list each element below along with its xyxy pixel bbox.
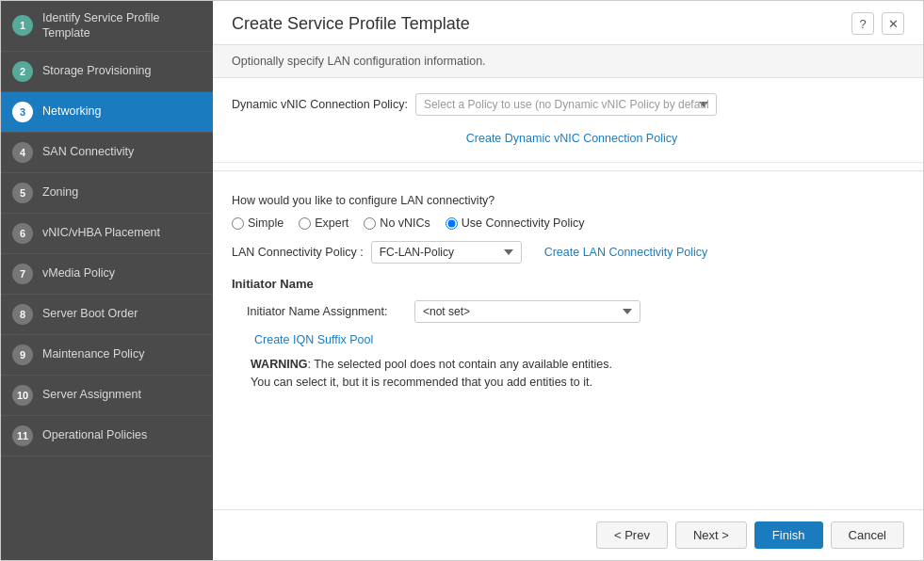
sidebar-step-num-3: 3	[12, 102, 33, 122]
sidebar-step-label-10: Server Assignment	[42, 387, 141, 402]
modal-footer: < Prev Next > Finish Cancel	[213, 509, 923, 560]
sidebar-item-9[interactable]: 9Maintenance Policy	[1, 335, 213, 376]
sidebar-step-label-9: Maintenance Policy	[42, 346, 144, 361]
create-lan-connectivity-link[interactable]: Create LAN Connectivity Policy	[544, 246, 708, 259]
sidebar-step-num-11: 11	[12, 425, 33, 446]
help-button[interactable]: ?	[851, 12, 874, 35]
sidebar-step-label-7: vMedia Policy	[42, 265, 115, 280]
sidebar-step-num-9: 9	[12, 345, 33, 365]
radio-novnics-label: No vNICs	[380, 216, 430, 230]
sidebar-item-6[interactable]: 6vNIC/vHBA Placement	[1, 214, 213, 254]
sidebar-step-label-4: SAN Connectivity	[42, 144, 134, 159]
initiator-assignment-select[interactable]: <not set>	[414, 300, 640, 323]
warning-body: : The selected pool does not contain any…	[307, 358, 612, 371]
sidebar-step-num-10: 10	[12, 385, 33, 406]
sidebar-item-11[interactable]: 11Operational Policies	[1, 416, 213, 457]
radio-use-connectivity[interactable]: Use Connectivity Policy	[446, 216, 585, 230]
initiator-row: Initiator Name Assignment: <not set>	[232, 300, 904, 323]
policy-label: LAN Connectivity Policy :	[232, 246, 364, 259]
modal-title: Create Service Profile Template	[232, 14, 470, 34]
create-iqn-link[interactable]: Create IQN Suffix Pool	[254, 333, 373, 346]
dynamic-vnic-select[interactable]: Select a Policy to use (no Dynamic vNIC …	[415, 93, 717, 116]
sidebar-step-num-4: 4	[12, 142, 33, 163]
sidebar-item-4[interactable]: 4SAN Connectivity	[1, 133, 213, 173]
sidebar-item-8[interactable]: 8Server Boot Order	[1, 295, 213, 335]
sidebar-item-7[interactable]: 7vMedia Policy	[1, 254, 213, 295]
sidebar-step-num-8: 8	[12, 304, 33, 325]
radio-simple[interactable]: Simple	[232, 216, 284, 230]
radio-expert[interactable]: Expert	[299, 216, 349, 230]
lan-connectivity-section: How would you like to configure LAN conn…	[213, 179, 923, 418]
create-dynamic-vnic-container: Create Dynamic vNIC Connection Policy	[232, 125, 904, 147]
sidebar-item-3[interactable]: 3Networking	[1, 92, 213, 133]
sidebar-step-num-2: 2	[12, 61, 33, 82]
info-bar: Optionally specify LAN configuration inf…	[213, 45, 923, 78]
sidebar-step-num-5: 5	[12, 183, 33, 203]
sidebar-step-num-6: 6	[12, 223, 33, 244]
lan-question: How would you like to configure LAN conn…	[232, 194, 904, 207]
radio-simple-label: Simple	[248, 216, 284, 230]
sidebar-step-label-2: Storage Provisioning	[42, 63, 151, 78]
radio-connectivity-label: Use Connectivity Policy	[462, 216, 585, 230]
header-icons: ? ✕	[851, 12, 904, 35]
warning-section: WARNING: The selected pool does not cont…	[232, 356, 904, 403]
warning-text: WARNING: The selected pool does not cont…	[251, 356, 885, 392]
sidebar-step-label-8: Server Boot Order	[42, 306, 138, 321]
initiator-section: Initiator Name Initiator Name Assignment…	[232, 277, 904, 403]
initiator-label: Initiator Name Assignment:	[247, 305, 407, 318]
dynamic-vnic-section: Dynamic vNIC Connection Policy: Select a…	[213, 78, 923, 163]
radio-expert-input[interactable]	[299, 217, 311, 230]
sidebar-item-1[interactable]: 1Identify Service Profile Template	[1, 1, 213, 52]
radio-expert-label: Expert	[315, 216, 349, 230]
lan-connectivity-policy-select[interactable]: FC-LAN-Policy	[371, 241, 522, 264]
policy-row: LAN Connectivity Policy : FC-LAN-Policy …	[232, 241, 904, 264]
radio-novnics-input[interactable]	[364, 217, 376, 230]
info-text: Optionally specify LAN configuration inf…	[232, 55, 486, 68]
next-button[interactable]: Next >	[675, 521, 747, 549]
sidebar-item-10[interactable]: 10Server Assignment	[1, 376, 213, 416]
finish-button[interactable]: Finish	[754, 521, 823, 549]
sidebar-step-label-5: Zoning	[42, 184, 78, 200]
warning-subtext: You can select it, but it is recommended…	[251, 376, 592, 389]
sidebar-step-label-3: Networking	[42, 104, 102, 119]
sidebar-step-label-1: Identify Service Profile Template	[42, 10, 202, 41]
sidebar-step-num-7: 7	[12, 264, 33, 284]
warning-label: WARNING	[251, 358, 307, 371]
sidebar-item-5[interactable]: 5Zoning	[1, 173, 213, 214]
dynamic-vnic-row: Dynamic vNIC Connection Policy: Select a…	[232, 93, 904, 116]
prev-button[interactable]: < Prev	[596, 521, 668, 549]
cancel-button[interactable]: Cancel	[831, 521, 904, 549]
sidebar-step-label-6: vNIC/vHBA Placement	[42, 225, 160, 240]
sidebar-item-2[interactable]: 2Storage Provisioning	[1, 52, 213, 92]
radio-simple-input[interactable]	[232, 217, 244, 230]
radio-connectivity-input[interactable]	[446, 217, 458, 230]
create-dynamic-vnic-link[interactable]: Create Dynamic vNIC Connection Policy	[466, 132, 677, 145]
content-body: Optionally specify LAN configuration inf…	[213, 45, 923, 509]
dynamic-vnic-label: Dynamic vNIC Connection Policy:	[232, 98, 408, 111]
modal-header: Create Service Profile Template ? ✕	[213, 1, 923, 45]
initiator-title: Initiator Name	[232, 277, 904, 291]
sidebar-step-label-11: Operational Policies	[42, 427, 147, 442]
radio-no-vnics[interactable]: No vNICs	[364, 216, 430, 230]
sidebar-step-num-1: 1	[12, 15, 33, 36]
radio-group: Simple Expert No vNICs Use Connectivity …	[232, 216, 904, 230]
main-content: Create Service Profile Template ? ✕ Opti…	[213, 1, 923, 560]
close-button[interactable]: ✕	[882, 12, 904, 35]
sidebar: 1Identify Service Profile Template2Stora…	[1, 1, 213, 560]
